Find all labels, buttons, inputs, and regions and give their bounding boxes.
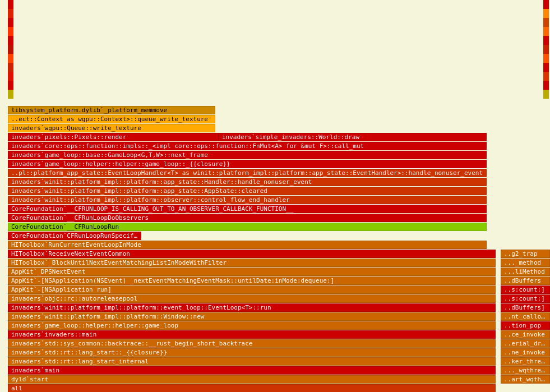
flame-row-label: invaders`pixels::Pixels::render <box>10 133 127 141</box>
flame-row-label: HIToolbox`ReceiveNextEventCommon <box>10 250 131 257</box>
flame-row-label: invaders`game_loop::base::GameLoop<G,T,W… <box>10 151 209 159</box>
flame-row-right[interactable]: ..._wqthread <box>501 366 550 375</box>
flame-row-label: ..pl::platform_app_state::EventLoopHandl… <box>10 169 484 177</box>
flame-row[interactable]: invaders`objc::rc::autoreleasepool <box>8 294 496 303</box>
flame-row-right[interactable]: ..dBuffers <box>501 276 550 285</box>
flame-row[interactable]: invaders`wgpu::Queue::write_texture <box>8 124 215 132</box>
flame-row-right[interactable]: ..tion_pop <box>501 321 550 330</box>
flame-row-label: HIToolbox`RunCurrentEventLoopInMode <box>10 241 142 248</box>
flame-row-right-label: ..nt_callout <box>503 313 549 320</box>
flame-row-label: invaders`winit::platform_impl::platform:… <box>10 196 291 204</box>
flame-row-right[interactable]: ...liMethod <box>501 268 550 276</box>
flame-row-right-label: ..erial_drain <box>503 340 549 347</box>
flame-row-right[interactable]: ..art_wqthread <box>501 375 550 384</box>
flame-row-label: invaders`winit::platform_impl::platform:… <box>10 187 269 195</box>
flame-row[interactable]: invaders`winit::platform_impl::platform:… <box>8 312 496 321</box>
flame-chart: libsystem_platform.dylib`_platform_memmo… <box>0 0 550 392</box>
flame-row[interactable]: CoreFoundation`CFRunLoopRunSpecific <box>8 232 141 240</box>
left-accent-bars <box>8 0 15 98</box>
flame-row-right-label: ..._method <box>503 259 542 266</box>
flame-row-label: CoreFoundation`__CFRunLoopDoObservers <box>10 214 150 222</box>
flame-row-right[interactable]: ..s:count:] <box>501 285 550 294</box>
flame-row[interactable]: invaders`std::rt::lang_start::_{{closure… <box>8 348 496 357</box>
flame-row-label: invaders`invaders::main <box>10 331 98 338</box>
flame-row[interactable]: invaders`winit::platform_impl::platform:… <box>8 178 487 186</box>
flame-row[interactable]: invaders`winit::platform_impl::platform:… <box>8 303 496 312</box>
flame-row[interactable]: CoreFoundation`__CFRunLoopRun <box>8 223 487 231</box>
flame-row-right-label: ..._wqthread <box>503 367 549 374</box>
flame-row-right-label: ...liMethod <box>503 268 546 275</box>
flame-row-label: invaders`objc::rc::autoreleasepool <box>10 295 138 302</box>
flame-row-label: invaders`simple_invaders::World::draw <box>221 133 360 141</box>
flame-row-label: invaders`std::rt::lang_start_internal <box>10 358 150 365</box>
flame-row-right[interactable]: ..ker_thread <box>501 357 550 366</box>
flame-row-label: CoreFoundation`__CFRUNLOOP_IS_CALLING_OU… <box>10 205 294 213</box>
flame-row-label: AppKit`-[NSApplication run] <box>10 286 113 293</box>
flame-row-label: invaders`main <box>10 367 61 374</box>
flame-row[interactable]: ..pl::platform_app_state::EventLoopHandl… <box>8 169 487 177</box>
flame-row-right-label: ..art_wqthread <box>503 376 549 383</box>
flame-row-right[interactable]: ..nt_callout <box>501 312 550 321</box>
flame-row-label: invaders`winit::platform_impl::platform:… <box>10 313 205 320</box>
flame-row-label: AppKit`-[NSApplication(NSEvent) _nextEve… <box>10 277 335 284</box>
flame-row-right[interactable]: ..g2_trap <box>501 250 550 258</box>
flame-row-right[interactable]: ..._method <box>501 259 550 267</box>
flamegraph-container: libsystem_platform.dylib`_platform_memmo… <box>0 0 550 392</box>
flame-row-label: AppKit`_DPSNextEvent <box>10 268 86 275</box>
flame-row[interactable]: invaders`winit::platform_impl::platform:… <box>8 187 487 195</box>
flame-row-label: CoreFoundation`__CFRunLoopRun <box>10 223 120 230</box>
flame-row-label: HIToolbox`_BlockUntilNextEventMatchingLi… <box>10 259 228 266</box>
flame-row-label: invaders`wgpu::Queue::write_texture <box>10 124 142 132</box>
flame-row[interactable]: HIToolbox`_BlockUntilNextEventMatchingLi… <box>8 259 496 267</box>
flame-row-label: CoreFoundation`CFRunLoopRunSpecific <box>10 232 141 239</box>
flame-row-right-label: ..dBuffers] <box>503 304 546 311</box>
flame-row-right-label: ..ker_thread <box>503 358 549 365</box>
flame-row[interactable]: CoreFoundation`__CFRunLoopDoObservers <box>8 214 487 222</box>
flame-row-right-label: ..ne_invoke <box>503 349 546 356</box>
flame-row[interactable]: invaders`game_loop::helper::helper::game… <box>8 160 487 168</box>
flame-row[interactable]: CoreFoundation`__CFRUNLOOP_IS_CALLING_OU… <box>8 205 487 213</box>
flame-row[interactable]: all <box>8 384 496 392</box>
flame-row-right-label: ..g2_trap <box>503 250 539 257</box>
flame-row-right-label: ..s:count:] <box>503 286 546 293</box>
flame-row-right-label: ..s:count:] <box>503 295 546 302</box>
flame-row-label: invaders`winit::platform_impl::platform:… <box>10 304 272 311</box>
flame-row-label: invaders`std::rt::lang_start::_{{closure… <box>10 349 168 356</box>
flame-row-right[interactable]: ..ne_invoke <box>501 348 550 357</box>
flame-row[interactable]: libsystem_platform.dylib`_platform_memmo… <box>8 106 215 114</box>
flame-row[interactable]: invaders`winit::platform_impl::platform:… <box>8 196 487 204</box>
flame-row-right[interactable]: ..ce_invoke <box>501 330 550 339</box>
flame-row[interactable]: invaders`simple_invaders::World::draw <box>219 133 487 141</box>
flame-row[interactable]: invaders`game_loop::helper::helper::game… <box>8 321 496 330</box>
flame-row[interactable]: AppKit`-[NSApplication run] <box>8 285 496 294</box>
flame-row-label: ..ect::Context as wgpu::Context>::queue_… <box>10 116 209 123</box>
flame-row[interactable]: invaders`std::rt::lang_start_internal <box>8 357 496 366</box>
flame-row[interactable]: HIToolbox`RunCurrentEventLoopInMode <box>8 241 487 249</box>
flame-row-label: dyld`start <box>10 376 49 383</box>
flame-row[interactable]: AppKit`-[NSApplication(NSEvent) _nextEve… <box>8 276 496 285</box>
flame-row[interactable]: ..ect::Context as wgpu::Context>::queue_… <box>8 115 215 123</box>
flame-row[interactable]: invaders`main <box>8 366 496 375</box>
flame-row[interactable]: invaders`core::ops::function::impls::_<i… <box>8 142 487 150</box>
flame-row[interactable]: invaders`std::sys_common::backtrace::__r… <box>8 339 496 348</box>
flame-row-label: invaders`game_loop::helper::helper::game… <box>10 160 232 168</box>
flame-row[interactable]: invaders`invaders::main <box>8 330 496 339</box>
flame-row-right-label: ..tion_pop <box>503 322 542 329</box>
flame-row-right[interactable]: ..erial_drain <box>501 339 550 348</box>
flame-row-label: invaders`winit::platform_impl::platform:… <box>10 178 313 186</box>
flame-row[interactable]: invaders`pixels::Pixels::render <box>8 133 219 141</box>
flame-row[interactable]: HIToolbox`ReceiveNextEventCommon <box>8 250 496 258</box>
flame-row-right-label: ..ce_invoke <box>503 331 546 338</box>
flame-row-label: invaders`core::ops::function::impls::_<i… <box>10 142 365 150</box>
flame-row[interactable]: dyld`start <box>8 375 496 384</box>
flame-row-label: invaders`std::sys_common::backtrace::__r… <box>10 340 253 347</box>
flame-row-label: invaders`game_loop::helper::helper::game… <box>10 322 179 329</box>
flame-row-right[interactable]: ..dBuffers] <box>501 303 550 312</box>
right-accent-bars <box>543 0 550 98</box>
flame-row-right-label: ..dBuffers <box>503 277 542 284</box>
flame-row-right[interactable]: ..s:count:] <box>501 294 550 303</box>
flame-row-label: libsystem_platform.dylib`_platform_memmo… <box>10 107 168 114</box>
flame-row-label: all <box>10 385 24 392</box>
flame-row[interactable]: invaders`game_loop::base::GameLoop<G,T,W… <box>8 151 487 159</box>
flame-row[interactable]: AppKit`_DPSNextEvent <box>8 268 496 276</box>
